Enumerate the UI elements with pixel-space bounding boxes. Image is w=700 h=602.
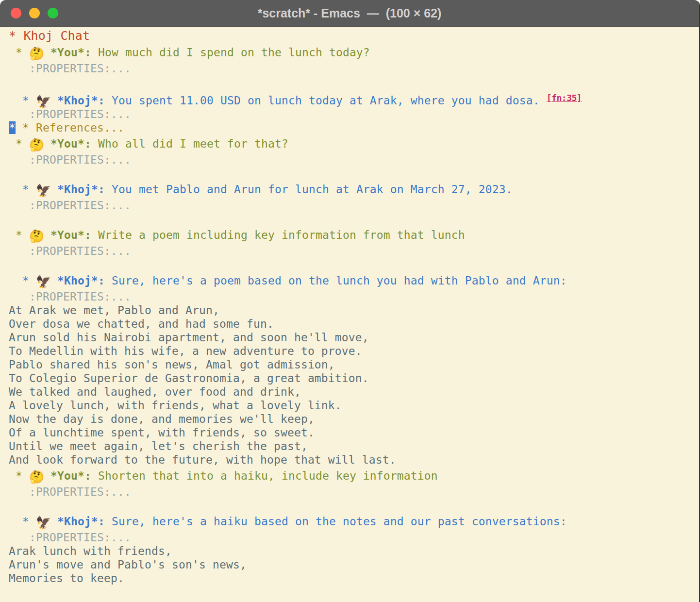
text-segment: Until we meet again, let's cherish the p… xyxy=(9,440,308,452)
footnote-link[interactable]: [fn:35] xyxy=(547,93,582,103)
window-title: *scratch* - Emacs — (100 × 62) xyxy=(0,6,699,20)
properties-drawer[interactable]: :PROPERTIES:... xyxy=(9,62,699,75)
haiku-line[interactable]: Arun's move and Pablo's son's news, xyxy=(9,558,699,571)
text-segment: * xyxy=(9,137,29,150)
text-segment: :PROPERTIES:... xyxy=(9,245,131,257)
haiku-line[interactable]: Memories to keep. xyxy=(9,571,699,585)
chat-title-heading[interactable]: * Khoj Chat xyxy=(9,29,699,43)
text-segment: A lovely lunch, with friends, what a lov… xyxy=(9,399,342,412)
poem-line[interactable]: To Medellin with his wife, a new adventu… xyxy=(9,344,699,358)
blank-line[interactable] xyxy=(9,167,699,180)
text-segment: Write a poem including key information f… xyxy=(91,229,465,241)
text-segment: To Medellin with his wife, a new adventu… xyxy=(9,345,362,357)
thinking-face-emoji-icon: 🤔 xyxy=(29,471,44,483)
poem-line[interactable]: Pablo shared his son's news, Amal got ad… xyxy=(9,358,699,371)
text-segment: * Khoj Chat xyxy=(9,29,90,43)
text-segment: *You*: xyxy=(50,469,91,482)
title-bar[interactable]: *scratch* - Emacs — (100 × 62) xyxy=(0,0,699,27)
text-segment: *You*: xyxy=(50,46,91,59)
text-segment: * xyxy=(9,229,29,241)
text-segment: * xyxy=(9,183,36,196)
close-button[interactable] xyxy=(11,8,21,18)
poem-line[interactable]: Over dosa we chatted, and had some fun. xyxy=(9,317,699,331)
text-segment: :PROPERTIES:... xyxy=(9,108,131,120)
blank-line[interactable] xyxy=(9,499,699,512)
text-segment: *You*: xyxy=(50,229,91,241)
text-segment: * xyxy=(9,94,36,107)
blank-line[interactable] xyxy=(9,75,699,89)
eagle-emoji-icon: 🦅 xyxy=(36,517,50,529)
khoj-message-heading[interactable]: * 🦅 *Khoj*: You met Pablo and Arun for l… xyxy=(9,180,699,199)
properties-drawer[interactable]: :PROPERTIES:... xyxy=(9,153,699,167)
text-segment: :PROPERTIES:... xyxy=(9,62,131,75)
properties-drawer[interactable]: :PROPERTIES:... xyxy=(9,290,699,303)
poem-line[interactable]: Until we meet again, let's cherish the p… xyxy=(9,439,699,453)
text-segment xyxy=(50,94,57,107)
poem-line[interactable]: At Arak we met, Pablo and Arun, xyxy=(9,303,699,317)
text-segment: Over dosa we chatted, and had some fun. xyxy=(9,318,274,330)
text-segment: *Khoj*: xyxy=(57,94,105,107)
text-segment: Of a lunchtime spent, with friends, so s… xyxy=(9,426,315,439)
zoom-button[interactable] xyxy=(48,8,58,18)
text-segment xyxy=(50,183,57,196)
text-segment: You met Pablo and Arun for lunch at Arak… xyxy=(105,183,513,196)
text-segment: To Colegio Superior de Gastronomia, a gr… xyxy=(9,372,369,385)
properties-drawer[interactable]: :PROPERTIES:... xyxy=(9,107,699,121)
minimize-button[interactable] xyxy=(29,8,40,18)
text-segment: Memories to keep. xyxy=(9,572,124,585)
text-segment: Shorten that into a haiku, include key i… xyxy=(91,469,438,482)
text-segment: :PROPERTIES:... xyxy=(9,153,131,166)
eagle-emoji-icon: 🦅 xyxy=(36,184,50,197)
eagle-emoji-icon: 🦅 xyxy=(36,276,50,288)
poem-line[interactable]: We talked and laughed, over food and dri… xyxy=(9,385,699,399)
references-heading[interactable]: * * References... xyxy=(9,121,699,134)
properties-drawer[interactable]: :PROPERTIES:... xyxy=(9,485,699,499)
text-segment: * xyxy=(9,469,29,482)
poem-line[interactable]: Of a lunchtime spent, with friends, so s… xyxy=(9,426,699,439)
poem-line[interactable]: Now the day is done, and memories we'll … xyxy=(9,412,699,426)
user-message-heading[interactable]: * 🤔 *You*: Write a poem including key in… xyxy=(9,226,699,244)
emacs-window: *scratch* - Emacs — (100 × 62) * Khoj Ch… xyxy=(0,0,700,602)
text-segment: *You*: xyxy=(50,137,91,150)
user-message-heading[interactable]: * 🤔 *You*: Who all did I meet for that? xyxy=(9,134,699,153)
text-segment: Pablo shared his son's news, Amal got ad… xyxy=(9,358,335,371)
properties-drawer[interactable]: :PROPERTIES:... xyxy=(9,531,699,544)
properties-drawer[interactable]: :PROPERTIES:... xyxy=(9,244,699,258)
khoj-message-heading[interactable]: * 🦅 *Khoj*: Sure, here's a poem based on… xyxy=(9,271,699,290)
text-segment: *Khoj*: xyxy=(57,515,105,528)
editor-buffer[interactable]: * Khoj Chat * 🤔 *You*: How much did I sp… xyxy=(0,27,699,585)
text-segment: And look forward to the future, with hop… xyxy=(9,453,396,466)
text-segment: :PROPERTIES:... xyxy=(9,485,131,498)
text-segment: :PROPERTIES:... xyxy=(9,199,131,212)
poem-line[interactable]: To Colegio Superior de Gastronomia, a gr… xyxy=(9,371,699,385)
khoj-message-heading[interactable]: * 🦅 *Khoj*: You spent 11.00 USD on lunch… xyxy=(9,89,699,107)
text-segment: Sure, here's a poem based on the lunch y… xyxy=(105,274,567,287)
text-segment: Arun sold his Nairobi apartment, and soo… xyxy=(9,331,369,344)
poem-line[interactable]: And look forward to the future, with hop… xyxy=(9,453,699,467)
user-message-heading[interactable]: * 🤔 *You*: How much did I spend on the l… xyxy=(9,43,699,62)
text-segment: You spent 11.00 USD on lunch today at Ar… xyxy=(105,94,547,107)
text-segment xyxy=(44,46,50,59)
haiku-line[interactable]: Arak lunch with friends, xyxy=(9,544,699,558)
poem-line[interactable]: A lovely lunch, with friends, what a lov… xyxy=(9,399,699,412)
text-segment: Now the day is done, and memories we'll … xyxy=(9,413,315,425)
text-segment: Arak lunch with friends, xyxy=(9,545,172,557)
user-message-heading[interactable]: * 🤔 *You*: Shorten that into a haiku, in… xyxy=(9,467,699,485)
khoj-message-heading[interactable]: * 🦅 *Khoj*: Sure, here's a haiku based o… xyxy=(9,512,699,531)
blank-line[interactable] xyxy=(9,258,699,271)
properties-drawer[interactable]: :PROPERTIES:... xyxy=(9,199,699,212)
window-controls xyxy=(11,8,58,18)
text-segment xyxy=(44,229,50,241)
text-segment: * xyxy=(9,515,36,528)
text-segment: :PROPERTIES:... xyxy=(9,531,131,544)
text-segment xyxy=(50,515,57,528)
text-segment xyxy=(44,137,50,150)
text-segment: :PROPERTIES:... xyxy=(9,290,131,303)
text-segment: How much did I spend on the lunch today? xyxy=(91,46,370,59)
text-segment: At Arak we met, Pablo and Arun, xyxy=(9,304,219,317)
text-cursor: * xyxy=(9,121,16,134)
text-segment: Arun's move and Pablo's son's news, xyxy=(9,558,247,571)
text-segment: We talked and laughed, over food and dri… xyxy=(9,385,301,398)
poem-line[interactable]: Arun sold his Nairobi apartment, and soo… xyxy=(9,331,699,344)
blank-line[interactable] xyxy=(9,212,699,226)
